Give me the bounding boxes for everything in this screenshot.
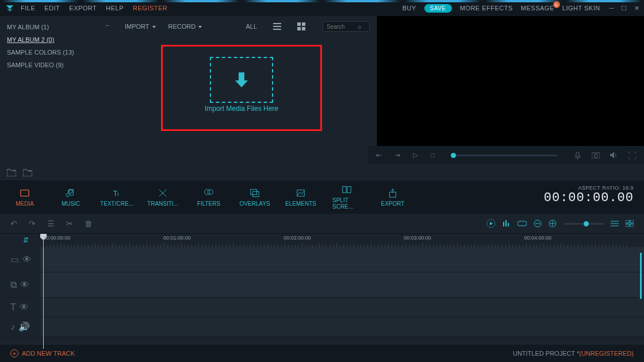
album-sidebar: ← MY ALBUM (1)MY ALBUM 2 (0)SAMPLE COLOR…	[0, 16, 118, 164]
category-export[interactable]: EXPORT	[378, 188, 407, 207]
window-minimize-icon[interactable]: ─	[610, 5, 614, 11]
prev-frame-icon[interactable]: ⇥	[394, 151, 400, 159]
preview-panel	[377, 16, 644, 164]
stop-icon[interactable]: □	[431, 151, 435, 159]
pip-track-icon[interactable]: ⧉	[10, 280, 17, 290]
category-label: TRANSITI...	[147, 201, 178, 207]
svg-rect-5	[297, 22, 301, 26]
edit-tools-icon[interactable]: ☰	[47, 219, 55, 228]
menu-help[interactable]: HELP	[106, 5, 124, 11]
menu-export[interactable]: EXPORT	[69, 5, 97, 11]
timeline-view-grid-icon[interactable]	[626, 220, 634, 227]
category-label: SPLIT SCRE...	[332, 197, 361, 210]
track-visibility-icon[interactable]: 👁	[20, 302, 29, 313]
delete-icon[interactable]: 🗑	[85, 219, 93, 228]
svg-rect-8	[302, 27, 305, 30]
zoom-slider[interactable]	[564, 223, 604, 225]
media-toolbar: IMPORT RECORD ALL ⌕	[118, 16, 377, 37]
category-label: MUSIC	[62, 201, 80, 207]
marker-icon[interactable]	[518, 220, 527, 227]
category-elements[interactable]: ELEMENTS	[286, 188, 315, 207]
track-visibility-icon[interactable]: 👁	[20, 280, 29, 290]
delete-folder-icon[interactable]: ×	[23, 168, 32, 176]
album-item[interactable]: SAMPLE VIDEO (9)	[7, 59, 111, 71]
add-new-track-button[interactable]: + ADD NEW TRACK	[10, 349, 75, 357]
menu-edit[interactable]: EDIT	[44, 5, 60, 11]
snapshot-icon[interactable]	[592, 152, 600, 159]
menu-light-skin[interactable]: LIGHT SKIN	[562, 5, 600, 11]
view-list-icon[interactable]	[273, 22, 281, 30]
category-text[interactable]: TITEXT/CRE...	[102, 188, 131, 207]
goto-start-icon[interactable]: ⇤	[376, 151, 382, 159]
zoom-out-icon[interactable]	[534, 219, 542, 228]
track-visibility-icon[interactable]: 👁	[22, 255, 32, 265]
track-mute-icon[interactable]: 🔊	[18, 321, 30, 332]
category-overlays[interactable]: OVERLAYS	[240, 188, 269, 207]
menu-register[interactable]: REGISTER	[133, 5, 167, 11]
new-folder-icon[interactable]: +	[7, 168, 16, 176]
ruler-mark: 00:00:00:00	[43, 235, 71, 241]
album-item[interactable]: MY ALBUM 2 (0)	[7, 33, 111, 46]
timeline-ruler[interactable]: ⇵ 00:00:00:0000:01:00:0000:02:00:0000:03…	[0, 233, 644, 247]
sidebar-back-icon[interactable]: ←	[105, 22, 111, 29]
category-filters[interactable]: FILTERS	[194, 188, 223, 207]
fullscreen-icon[interactable]	[628, 152, 636, 159]
split-icon[interactable]: ✂	[66, 219, 73, 228]
window-maximize-icon[interactable]: ☐	[621, 5, 627, 12]
zoom-in-icon[interactable]	[549, 219, 557, 228]
svg-rect-30	[503, 222, 504, 226]
message-badge: 6	[553, 1, 560, 8]
video-track-icon[interactable]: ▭	[10, 254, 19, 265]
playback-seek[interactable]	[451, 155, 558, 156]
track-scrollbar[interactable]	[640, 253, 642, 299]
svg-marker-10	[235, 80, 248, 87]
audio-track: ♪🔊	[0, 317, 644, 337]
transitions-icon	[157, 188, 168, 198]
status-bar: + ADD NEW TRACK UNTITLED PROJECT * (UNRE…	[0, 345, 644, 362]
import-dropdown[interactable]: IMPORT	[125, 23, 156, 30]
mic-icon[interactable]	[574, 152, 581, 159]
app-logo-icon	[5, 3, 15, 13]
undo-icon[interactable]: ↶	[10, 219, 17, 228]
media-library: IMPORT RECORD ALL ⌕ Import Media Files H…	[118, 16, 377, 164]
album-item[interactable]: MY ALBUM (1)	[7, 21, 111, 33]
audio-track-icon[interactable]: ♪	[10, 322, 15, 332]
category-label: TEXT/CRE...	[100, 201, 133, 207]
svg-point-20	[205, 189, 210, 194]
text-track-icon[interactable]: T	[10, 302, 16, 313]
album-item[interactable]: SAMPLE COLORS (13)	[7, 46, 111, 59]
volume-icon[interactable]	[610, 152, 618, 159]
timeline-view-list-icon[interactable]	[611, 220, 619, 227]
category-splitscreen[interactable]: SPLIT SCRE...	[332, 184, 361, 210]
record-dropdown[interactable]: RECORD	[168, 23, 202, 30]
search-box[interactable]: ⌕	[323, 21, 370, 32]
text-track: T👁	[0, 298, 644, 317]
window-close-icon[interactable]: ✕	[634, 5, 640, 12]
save-button[interactable]: SAVE	[424, 4, 452, 13]
view-grid-icon[interactable]	[297, 22, 305, 30]
menu-message[interactable]: MESSAGE 6	[521, 5, 554, 11]
splitscreen-icon	[341, 184, 352, 195]
menu-buy[interactable]: BUY	[402, 5, 416, 11]
category-media[interactable]: MEDIA	[10, 188, 39, 207]
aspect-ratio-label: ASPECT RATIO: 16:9	[544, 185, 634, 191]
search-input[interactable]	[327, 24, 358, 30]
svg-text:×: ×	[29, 169, 31, 173]
playhead-line	[43, 234, 44, 349]
svg-rect-26	[347, 187, 351, 193]
redo-icon[interactable]: ↷	[29, 219, 36, 228]
render-icon[interactable]	[486, 219, 496, 228]
import-drop-zone[interactable]	[210, 57, 273, 103]
playhead-lock-icon[interactable]: ⇵	[23, 236, 29, 244]
filter-all[interactable]: ALL	[246, 23, 257, 30]
upper-panels: ← MY ALBUM (1)MY ALBUM 2 (0)SAMPLE COLOR…	[0, 16, 644, 164]
svg-text:+: +	[13, 168, 16, 172]
menu-file[interactable]: FILE	[21, 5, 35, 11]
menu-more-effects[interactable]: MORE EFFECTS	[460, 5, 513, 11]
audio-mixer-icon[interactable]	[503, 219, 511, 228]
project-name-label: UNTITLED PROJECT *	[513, 350, 579, 357]
svg-rect-42	[626, 220, 629, 223]
play-icon[interactable]: ▷	[413, 151, 418, 159]
category-music[interactable]: MUSIC	[56, 188, 85, 207]
category-transitions[interactable]: TRANSITI...	[148, 188, 177, 207]
